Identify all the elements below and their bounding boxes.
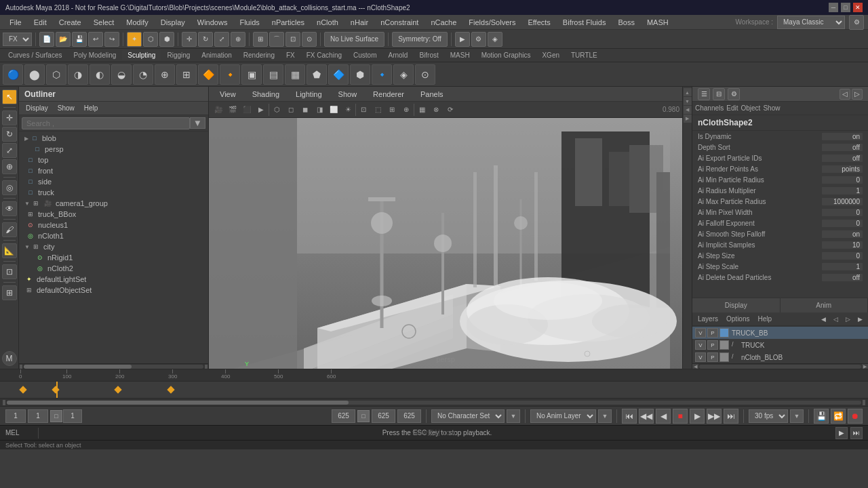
move-tool[interactable]: ✛ (2, 110, 17, 125)
attr-ai-smooth-step[interactable]: Ai Smooth Step Falloff on (692, 228, 868, 239)
outliner-item-default-light-set[interactable]: ✦ defaultLightSet (19, 274, 208, 285)
menu-modify[interactable]: Modify (121, 17, 153, 28)
menu-fields[interactable]: Fields/Solvers (463, 17, 521, 28)
shelf-tab-poly[interactable]: Poly Modeling (68, 50, 121, 60)
outliner-item-default-object-set[interactable]: ⊞ defaultObjectSet (19, 285, 208, 296)
snap-tool[interactable]: ⊡ (2, 264, 17, 279)
open-scene-btn[interactable]: 📂 (56, 32, 71, 47)
vp-grid-btn[interactable]: ⊞ (385, 103, 399, 117)
shelf-icon-7[interactable]: ◔ (133, 64, 153, 85)
shelf-icon-20[interactable]: ⊙ (415, 64, 435, 85)
viewport-canvas[interactable]: X Y Z persp (209, 118, 682, 369)
menu-edit[interactable]: Edit (28, 17, 52, 28)
right-panel-expand[interactable]: ◁ (840, 89, 850, 100)
shelf-icon-8[interactable]: ⊕ (155, 64, 175, 85)
menu-nhair[interactable]: nHair (345, 17, 374, 28)
attr-ai-implicit[interactable]: Ai Implicit Samples 10 (692, 239, 868, 250)
attr-ai-max-radius[interactable]: Ai Max Particle Radius 1000000 (692, 196, 868, 207)
attr-ai-export[interactable]: Ai Export Particle IDs off (692, 152, 868, 163)
outliner-item-truck[interactable]: □ truck (19, 187, 208, 198)
menu-mash[interactable]: MASH (642, 17, 674, 28)
status-play-btn-2[interactable]: ⏭ (850, 427, 863, 439)
cb-menu-show[interactable]: Show (763, 104, 780, 112)
minimize-button[interactable]: ─ (829, 3, 838, 12)
attr-ai-min-radius[interactable]: Ai Min Particle Radius 0 (692, 174, 868, 185)
vp-wire-btn[interactable]: ⬡ (270, 103, 283, 117)
undo-btn[interactable]: ↩ (88, 32, 103, 47)
vp-hud-btn[interactable]: ⊕ (399, 103, 413, 117)
pb-prev-frame[interactable]: ◀ (656, 409, 671, 424)
outliner-menu-display[interactable]: Display (22, 104, 52, 113)
outliner-item-blob[interactable]: ▶ □ blob (19, 133, 208, 144)
right-panel-collapse[interactable]: ▷ (852, 89, 863, 100)
outliner-menu-help[interactable]: Help (80, 104, 102, 113)
vp-sync-btn[interactable]: ⟳ (443, 103, 457, 117)
soft-select[interactable]: ◎ (2, 180, 17, 195)
attr-ai-falloff[interactable]: Ai Falloff Exponent 0 (692, 218, 868, 228)
live-surface-btn[interactable]: No Live Surface (324, 32, 384, 47)
edge-btn-2[interactable]: ▼ (684, 97, 692, 105)
vp-iso-btn[interactable]: ⊡ (357, 103, 370, 117)
save-scene-btn[interactable]: 💾 (72, 32, 87, 47)
shelf-icon-17[interactable]: ⬢ (350, 64, 370, 85)
snap-view-btn[interactable]: ⊙ (302, 32, 317, 47)
snap-point-btn[interactable]: ⊡ (285, 32, 300, 47)
shelf-icon-6[interactable]: ◒ (111, 64, 132, 85)
viewport-menu-view[interactable]: View (214, 89, 241, 100)
vp-flat-btn[interactable]: ◻ (284, 103, 298, 117)
maximize-button[interactable]: □ (841, 3, 850, 12)
attr-ai-render-as[interactable]: Ai Render Points As points (692, 163, 868, 174)
layer-scrollbar[interactable]: ◀ ▶ (692, 363, 868, 369)
vp-render-btn[interactable]: ▦ (415, 103, 429, 117)
outliner-item-city[interactable]: ▼ ⊞ city (19, 241, 208, 252)
pb-save-btn[interactable]: 💾 (814, 409, 829, 424)
cb-menu-object[interactable]: Object (741, 104, 761, 112)
outliner-item-ncloth2[interactable]: ◎ nCloth2 (19, 263, 208, 274)
layer-row-truck-bb[interactable]: V P TRUCK_BB (692, 327, 868, 339)
time-ruler[interactable]: 0 100 200 300 400 500 600 (0, 369, 868, 382)
pb-rec-btn[interactable]: ⏺ (848, 409, 863, 424)
viewport-menu-show[interactable]: Show (333, 89, 363, 100)
attr-editor-icon[interactable]: ⊟ (713, 88, 725, 100)
menu-select[interactable]: Select (88, 17, 120, 28)
viewport-menu-shading[interactable]: Shading (247, 89, 285, 100)
vp-2d-pan-btn[interactable]: ⊗ (429, 103, 443, 117)
menu-fluids[interactable]: Fluids (234, 17, 264, 28)
fps-btn[interactable]: ▼ (790, 409, 804, 423)
scale-tool-btn[interactable]: ⤢ (214, 32, 229, 47)
workspace-dropdown[interactable]: Maya Classic (777, 16, 845, 29)
edge-btn-3[interactable]: ◀ (684, 106, 692, 114)
vp-ambient-btn[interactable]: ☀ (341, 103, 355, 117)
right-tab-display[interactable]: Display (692, 298, 781, 312)
outliner-item-front[interactable]: □ front (19, 165, 208, 176)
rp-next-btn[interactable]: ▷ (842, 314, 853, 325)
shelf-icon-5[interactable]: ◐ (90, 64, 110, 85)
attr-ai-step-scale[interactable]: Ai Step Scale 1 (692, 261, 868, 272)
playback-range-start[interactable] (5, 409, 26, 423)
vp-play-btn[interactable]: ▶ (254, 103, 268, 117)
select-tool-btn[interactable]: ✦ (127, 32, 142, 47)
attr-ai-min-pixel[interactable]: Ai Min Pixel Width 0 (692, 207, 868, 218)
rp-menu-help[interactable]: Help (755, 315, 774, 323)
shelf-icon-2[interactable]: ⬤ (24, 64, 45, 85)
pb-step-back[interactable]: ◀◀ (639, 409, 654, 424)
shelf-icon-15[interactable]: ⬟ (307, 64, 327, 85)
outliner-item-camera1-group[interactable]: ▼ ⊞ 🎥 camera1_group (19, 198, 208, 209)
rotate-tool[interactable]: ↻ (2, 127, 17, 142)
attr-ai-step-size[interactable]: Ai Step Size 0 (692, 250, 868, 261)
attr-ai-radius-mult[interactable]: Ai Radius Multiplier 1 (692, 185, 868, 196)
character-set-btn[interactable]: ▼ (507, 409, 520, 423)
rp-prev-btn[interactable]: ◀ (818, 314, 829, 325)
layer-p-ncloth-blob[interactable]: P (707, 352, 718, 362)
tl-scroll-right[interactable] (863, 400, 865, 405)
paint-tool[interactable]: 🖌 (2, 222, 17, 237)
shelf-tab-arnold[interactable]: Arnold (382, 50, 413, 60)
menu-windows[interactable]: Windows (192, 17, 233, 28)
shelf-tab-fx[interactable]: FX (281, 50, 300, 60)
render-btn[interactable]: ▶ (455, 32, 470, 47)
outliner-item-persp[interactable]: □ persp (19, 144, 208, 155)
menu-nparticles[interactable]: nParticles (267, 17, 310, 28)
tool-settings-icon[interactable]: ⚙ (728, 88, 740, 100)
show-hide[interactable]: 👁 (2, 201, 17, 216)
menu-ncloth[interactable]: nCloth (311, 17, 344, 28)
